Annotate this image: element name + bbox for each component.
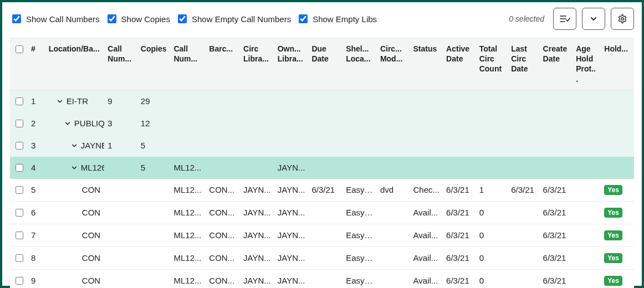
col-due-date[interactable]: Due Date <box>308 38 343 90</box>
row-checkbox[interactable] <box>16 120 23 127</box>
cell-callnum: ML12... <box>170 224 206 246</box>
cell-select[interactable] <box>10 112 28 135</box>
cell-callnum-count: 9 <box>104 90 137 112</box>
col-callnum[interactable]: Call Num... <box>170 38 206 90</box>
cell-select[interactable] <box>10 246 28 269</box>
col-index[interactable]: # <box>28 38 45 90</box>
cell-select[interactable] <box>10 135 28 157</box>
table-row[interactable]: 5CONML12...CON...JAYN...JAYN...6/3/21Eas… <box>10 179 634 202</box>
cell-create-date <box>540 112 573 135</box>
cell-index: 8 <box>28 246 45 269</box>
cell-select[interactable] <box>10 201 28 224</box>
cell-holdable: Yes <box>601 224 634 246</box>
cell-index: 3 <box>28 135 45 157</box>
cell-location[interactable]: CON <box>45 246 104 269</box>
cell-location[interactable]: CON <box>45 224 104 246</box>
cell-barcode <box>206 157 240 179</box>
cell-select[interactable] <box>10 269 28 288</box>
cell-select[interactable] <box>10 157 28 179</box>
col-age-hold[interactable]: Age Hold Prot... <box>573 38 601 90</box>
cell-location[interactable]: CON <box>45 179 104 202</box>
col-copies[interactable]: Copies <box>137 38 171 90</box>
cell-select[interactable] <box>10 224 28 246</box>
cell-location[interactable]: PUBLIQUE <box>45 112 104 135</box>
cell-holdable: Yes <box>601 246 634 269</box>
cell-circ-lib <box>240 157 274 179</box>
table-row[interactable]: 4ML126.5ML12...JAYN... <box>10 157 634 179</box>
filter-copies[interactable]: Show Copies <box>105 13 170 25</box>
filter-call-numbers[interactable]: Show Call Numbers <box>10 13 100 25</box>
cell-own-lib: JAYN... <box>274 157 309 179</box>
cell-total-circ: 0 <box>476 224 508 246</box>
filter-copies-checkbox[interactable] <box>108 14 116 23</box>
row-checkbox[interactable] <box>16 97 23 105</box>
table-row[interactable]: 6CONML12...CON...JAYN...JAYN...Easy ...A… <box>10 201 634 224</box>
cell-circ-mod <box>377 201 410 224</box>
holdable-badge: Yes <box>604 185 622 195</box>
filter-empty-libs[interactable]: Show Empty Libs <box>297 13 377 25</box>
filter-call-numbers-checkbox[interactable] <box>12 14 21 23</box>
settings-button[interactable] <box>611 8 634 30</box>
filter-empty-libs-checkbox[interactable] <box>299 14 308 23</box>
row-checkbox[interactable] <box>16 232 23 239</box>
location-label: CON <box>82 276 100 285</box>
table-row[interactable]: 3JAYNEQ15 <box>10 135 634 157</box>
cell-circ-lib: JAYN... <box>240 246 274 269</box>
filter-empty-call-numbers-checkbox[interactable] <box>178 14 187 23</box>
table-row[interactable]: 2PUBLIQUE312 <box>10 112 634 135</box>
col-active-date[interactable]: Active Date <box>443 38 476 90</box>
table-row[interactable]: 7CONML12...CON...JAYN...JAYN...Easy ...A… <box>10 224 634 246</box>
col-status[interactable]: Status <box>410 38 443 90</box>
row-checkbox[interactable] <box>16 164 23 172</box>
col-own-lib[interactable]: Own... Libra... <box>274 38 309 90</box>
select-all-checkbox[interactable] <box>16 45 23 53</box>
col-select-all[interactable] <box>10 38 28 90</box>
table-row[interactable]: 9CONML12...CON...JAYN...JAYN...Easy ...A… <box>10 269 634 288</box>
cell-shelving <box>343 135 377 157</box>
col-circ-mod[interactable]: Circ... Mod... <box>377 38 410 90</box>
location-label: CON <box>82 230 100 240</box>
col-callnum-count[interactable]: Call Num... <box>104 38 137 90</box>
cell-due-date <box>308 224 343 246</box>
cell-barcode: CON... <box>206 179 240 202</box>
cell-circ-mod: dvd <box>377 179 410 202</box>
row-checkbox[interactable] <box>16 209 23 217</box>
cell-callnum-count: 1 <box>104 135 137 157</box>
filter-empty-call-numbers[interactable]: Show Empty Call Numbers <box>176 13 291 25</box>
location-label: JAYNEQ <box>81 141 104 150</box>
table-row[interactable]: 1EI-TR929 <box>10 90 634 112</box>
cell-own-lib: JAYN... <box>274 179 309 202</box>
cell-callnum: ML12... <box>170 201 206 224</box>
col-shelving[interactable]: Shel... Loca... <box>343 38 377 90</box>
cell-last-circ <box>508 201 539 224</box>
col-last-circ[interactable]: Last Circ Date <box>508 38 539 90</box>
cell-barcode: CON... <box>206 269 240 288</box>
cell-location[interactable]: CON <box>45 269 104 288</box>
cell-due-date <box>308 157 343 179</box>
cell-select[interactable] <box>10 179 28 202</box>
row-checkbox[interactable] <box>16 142 23 150</box>
col-circ-lib[interactable]: Circ Libra... <box>240 38 274 90</box>
columns-button[interactable] <box>553 8 576 30</box>
cell-location[interactable]: JAYNEQ <box>45 135 104 157</box>
cell-location[interactable]: EI-TR <box>45 90 104 112</box>
cell-last-circ <box>508 135 539 157</box>
chevron-down-icon <box>71 164 78 171</box>
table-row[interactable]: 8CONML12...CON...JAYN...JAYN...Easy ...A… <box>10 246 634 269</box>
row-checkbox[interactable] <box>16 277 23 285</box>
col-create-date[interactable]: Create Date <box>540 38 573 90</box>
actions-dropdown-button[interactable] <box>582 8 605 30</box>
chevron-down-icon <box>64 120 71 127</box>
cell-location[interactable]: CON <box>45 201 104 224</box>
col-total-circ[interactable]: Total Circ Count <box>476 38 508 90</box>
col-holdable[interactable]: Hold... <box>601 38 634 90</box>
cell-status: Avail... <box>410 269 443 288</box>
cell-active-date: 6/3/21 <box>443 246 476 269</box>
col-barcode[interactable]: Barc... <box>206 38 240 90</box>
row-checkbox[interactable] <box>16 254 23 262</box>
cell-select[interactable] <box>10 90 28 112</box>
cell-last-circ <box>508 224 539 246</box>
cell-location[interactable]: ML126. <box>45 157 104 179</box>
col-location[interactable]: Location/Ba... <box>45 38 104 90</box>
row-checkbox[interactable] <box>16 186 23 194</box>
